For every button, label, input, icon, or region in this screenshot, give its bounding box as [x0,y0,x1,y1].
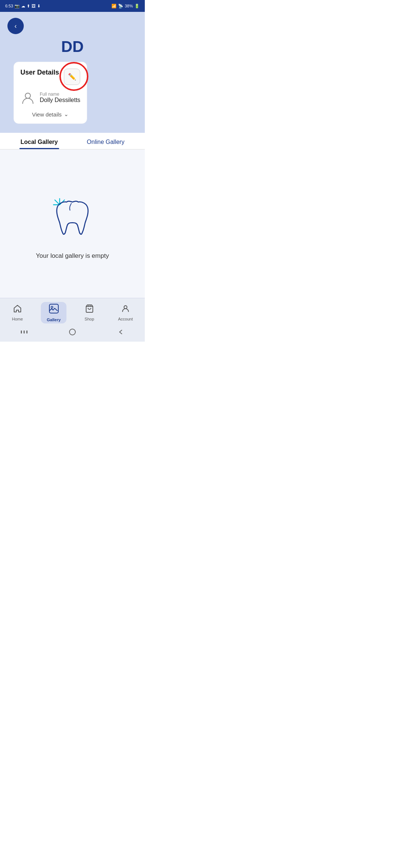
gallery-nav-icon [49,303,59,316]
recent-apps-button[interactable] [20,328,28,338]
tooth-icon [48,195,97,243]
edit-button[interactable]: ✏️ [64,69,80,85]
home-icon [13,304,22,315]
signal-icon: 📡 [118,4,123,9]
view-details-label: View details [32,111,62,118]
user-name-block: Full name Dolly Dessiletts [40,92,80,103]
battery-icon: 🔋 [134,4,140,9]
svg-rect-14 [26,331,27,333]
image-icon: 🖼 [32,4,36,8]
status-bar: 6:53 📷 ☁ ⬆ 🖼 ⬇ 📶 📡 38% 🔋 [0,0,145,12]
user-info-row: Full name Dolly Dessiletts [20,90,80,105]
nav-home-label: Home [12,317,23,321]
tabs-container: Local Gallery Online Gallery [0,133,145,149]
shop-icon [85,304,94,315]
upload-icon: ⬆ [27,4,30,9]
back-system-button[interactable] [117,328,125,338]
nav-account-label: Account [118,317,133,321]
video-icon: 📷 [14,4,20,9]
nav-item-home[interactable]: Home [6,303,29,323]
svg-line-10 [91,305,91,306]
svg-line-9 [88,305,88,306]
user-avatar-icon [20,90,35,105]
battery-display: 38% [125,4,133,8]
edit-icon: ✏️ [68,73,76,81]
gallery-empty-text: Your local gallery is empty [36,252,109,260]
full-name-label: Full name [40,92,80,97]
back-icon: ‹ [14,22,17,30]
home-button[interactable] [68,328,76,338]
card-header: User Details ✏️ [20,69,80,85]
status-left: 6:53 📷 ☁ ⬆ 🖼 ⬇ [5,4,40,9]
nav-item-gallery[interactable]: Gallery [41,302,66,323]
main-content: Local Gallery Online Gallery Your local … [0,133,145,298]
time-display: 6:53 [5,4,13,8]
page-title: DD [7,38,137,56]
tab-local-gallery[interactable]: Local Gallery [6,133,72,149]
gallery-empty-state: Your local gallery is empty [0,149,145,298]
cloud-icon: ☁ [21,4,25,9]
system-bar [0,325,145,342]
full-name-value: Dolly Dessiletts [40,97,80,103]
nav-item-shop[interactable]: Shop [79,303,100,323]
svg-point-11 [124,306,127,309]
download-icon: ⬇ [37,4,40,9]
status-right: 📶 📡 38% 🔋 [111,4,140,9]
nav-item-account[interactable]: Account [112,303,139,323]
nav-shop-label: Shop [85,317,94,321]
account-icon [121,304,130,315]
user-details-card: User Details ✏️ Full name D [13,62,87,124]
svg-rect-12 [21,331,22,333]
back-button[interactable]: ‹ [7,18,24,34]
page: 6:53 📷 ☁ ⬆ 🖼 ⬇ 📶 📡 38% 🔋 ‹ DD User Detai… [0,0,145,342]
svg-rect-13 [24,331,25,333]
svg-point-15 [69,329,75,335]
card-title: User Details [20,69,59,76]
view-details-row[interactable]: View details ⌄ [20,111,80,118]
header: ‹ DD User Details ✏️ [0,12,145,133]
chevron-down-icon: ⌄ [64,111,69,118]
wifi-icon: 📶 [111,4,117,9]
svg-point-0 [25,93,30,98]
tab-online-gallery[interactable]: Online Gallery [72,133,139,149]
nav-gallery-label: Gallery [47,318,61,322]
bottom-nav: Home Gallery [0,298,145,325]
edit-btn-wrapper: ✏️ [64,69,80,85]
